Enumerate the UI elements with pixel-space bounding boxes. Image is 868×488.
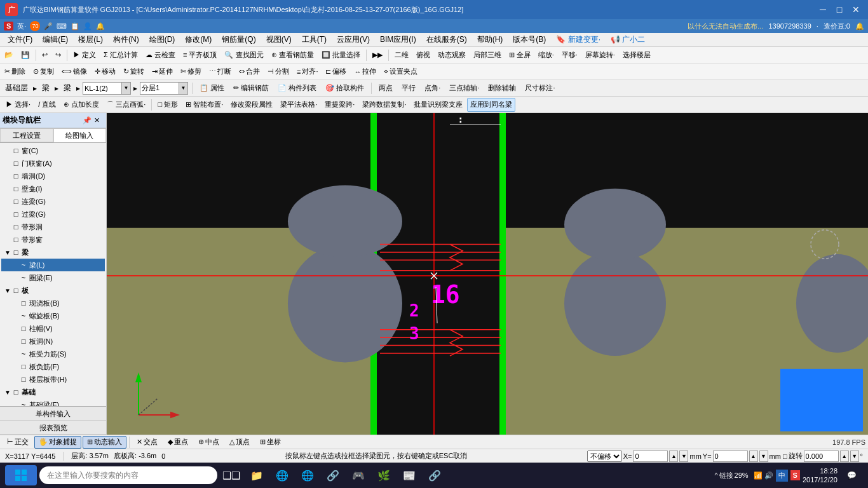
select-floor-button[interactable]: 选择楼层 xyxy=(620,48,654,62)
menu-draw[interactable]: 绘图(D) xyxy=(144,33,180,46)
link-button2[interactable]: 🔗 xyxy=(423,464,446,487)
zoom-button[interactable]: 缩放· xyxy=(535,48,557,62)
tree-item-band-window[interactable]: □ 带形窗 xyxy=(1,233,105,246)
align-top-button[interactable]: ≡ 平齐板顶 xyxy=(180,48,220,62)
find-elem-button[interactable]: 🔍 查找图元 xyxy=(221,48,266,62)
element-list-button[interactable]: 📄 构件列表 xyxy=(275,81,320,95)
tree-item-coupling-beam[interactable]: □ 连梁(G) xyxy=(1,195,105,208)
cloud-check-button[interactable]: ☁ 云检查 xyxy=(142,48,179,62)
file-explorer-button[interactable]: 📁 xyxy=(245,464,268,487)
menu-tools[interactable]: 工具(T) xyxy=(297,33,332,46)
menu-version[interactable]: 版本号(B) xyxy=(508,33,551,46)
snap-intersection-button[interactable]: ✕ 交点 xyxy=(132,436,162,449)
parallel-button[interactable]: 平行 xyxy=(398,81,419,95)
rotate-screen-button[interactable]: 屏幕旋转· xyxy=(582,48,618,62)
pan-button[interactable]: 平移· xyxy=(559,48,581,62)
tab-project-settings[interactable]: 工程设置 xyxy=(0,128,53,142)
tree-item-spiral-slab[interactable]: ~ 螺旋板(B) xyxy=(1,309,105,322)
more-button[interactable]: ▶▶ xyxy=(369,48,386,62)
edge-button1[interactable]: 🌐 xyxy=(271,464,294,487)
align-button[interactable]: ≡ 对齐· xyxy=(294,65,321,79)
rect-button[interactable]: □ 矩形 xyxy=(154,98,181,112)
point-length-button[interactable]: ⊕ 点加长度 xyxy=(60,98,102,112)
lang-indicator[interactable]: 中 xyxy=(776,470,788,482)
define-button[interactable]: ▶ 定义 xyxy=(70,48,99,62)
nav-close-button[interactable]: ✕ xyxy=(93,116,104,126)
snap-endpoint-button[interactable]: ◆ 重点 xyxy=(163,436,193,449)
snap-midpoint-button[interactable]: ⊕ 中点 xyxy=(194,436,224,449)
tree-group-beam[interactable]: ▼ □ 梁 xyxy=(1,246,105,259)
y-down-button[interactable]: ▼ xyxy=(759,451,768,462)
snap-orthogonal-button[interactable]: ⊢ 正交 xyxy=(3,436,33,449)
tree-item-col-cap[interactable]: □ 柱帽(V) xyxy=(1,322,105,335)
tree-item-lintel[interactable]: □ 过梁(G) xyxy=(1,208,105,220)
extend-button[interactable]: ⇥ 延伸 xyxy=(149,65,176,79)
report-preview-button[interactable]: 报表预览 xyxy=(0,421,106,435)
menu-cloud[interactable]: 云应用(V) xyxy=(332,33,375,46)
menu-element[interactable]: 构件(N) xyxy=(108,33,144,46)
tree-item-door-window[interactable]: □ 门联窗(A) xyxy=(1,157,105,170)
three-point-axis-button[interactable]: 三点辅轴· xyxy=(446,81,482,95)
rotate-down-button[interactable]: ▼ xyxy=(850,451,859,462)
batch-select-button[interactable]: 🔲 批量选择 xyxy=(318,48,363,62)
modify-span-prop-button[interactable]: 修改梁段属性 xyxy=(227,98,276,112)
menu-modify[interactable]: 修改(M) xyxy=(180,33,217,46)
edit-steel-button[interactable]: ✏ 编辑钢筋 xyxy=(230,81,272,95)
trim-button[interactable]: ✄ 修剪 xyxy=(177,65,205,79)
menu-view[interactable]: 视图(V) xyxy=(261,33,297,46)
game-button[interactable]: 🎮 xyxy=(347,464,370,487)
grass-button[interactable]: 🌿 xyxy=(372,464,395,487)
tree-item-floor-band[interactable]: □ 楼层板带(H) xyxy=(1,373,105,386)
delete-button[interactable]: ✂ 删除 xyxy=(1,65,29,79)
tree-item-band-hole[interactable]: □ 带形洞 xyxy=(1,220,105,233)
delete-axis-button[interactable]: 删除辅轴 xyxy=(485,81,519,95)
snap-coord-button[interactable]: ⊞ 坐标 xyxy=(255,436,285,449)
dim-label-button[interactable]: 尺寸标注· xyxy=(522,81,558,95)
menu-online[interactable]: 在线服务(S) xyxy=(421,33,472,46)
2d-button[interactable]: 二维 xyxy=(391,48,412,62)
copy-button[interactable]: ⊙ 复制 xyxy=(30,65,57,79)
tree-item-ring-beam[interactable]: ~ 圈梁(E) xyxy=(1,271,105,284)
tree-item-slab-neg[interactable]: □ 板负筋(F) xyxy=(1,360,105,373)
view-steel-button[interactable]: ⊕ 查看钢筋量 xyxy=(268,48,317,62)
taskbar-search-input[interactable] xyxy=(39,466,217,484)
menu-assistant[interactable]: 📢 广小二 xyxy=(606,33,650,46)
y-up-button[interactable]: ▲ xyxy=(749,451,758,462)
start-button[interactable] xyxy=(5,465,37,485)
batch-identify-support-button[interactable]: 批量识别梁支座 xyxy=(410,98,466,112)
menu-edit[interactable]: 编辑(E) xyxy=(37,33,73,46)
dynamic-view-button[interactable]: 动态观察 xyxy=(435,48,469,62)
stretch-button[interactable]: ↔ 拉伸 xyxy=(351,65,379,79)
snap-dynamic-button[interactable]: ⊞ 动态输入 xyxy=(83,436,126,449)
snap-object-button[interactable]: 🖐 对象捕捉 xyxy=(34,436,81,449)
pick-element-button[interactable]: 🎯 拾取构件 xyxy=(322,81,367,95)
menu-bim[interactable]: BIM应用(I) xyxy=(375,33,421,46)
ie-button[interactable]: 🌐 xyxy=(296,464,319,487)
menu-help[interactable]: 帮助(H) xyxy=(472,33,508,46)
grip-button[interactable]: ⋄ 设置夹点 xyxy=(381,65,421,79)
layer2-dropdown[interactable]: ▼ xyxy=(179,83,187,94)
canvas-area[interactable]: 16 2 3 xyxy=(107,113,868,435)
undo-button[interactable]: ↩ xyxy=(39,48,51,62)
single-element-input-button[interactable]: 单构件输入 xyxy=(0,407,106,421)
span-copy-button[interactable]: 梁跨数据复制· xyxy=(359,98,409,112)
two-point-button[interactable]: 两点 xyxy=(376,81,396,95)
arc-button[interactable]: ⌒ 三点画弧· xyxy=(104,98,149,112)
local-3d-button[interactable]: 局部三维 xyxy=(470,48,505,62)
open-button[interactable]: 📂 xyxy=(1,48,17,62)
point-angle-button[interactable]: 点角· xyxy=(421,81,444,95)
rotate-input[interactable] xyxy=(804,451,839,462)
kl-input[interactable] xyxy=(83,83,121,94)
tree-group-foundation[interactable]: ▼ □ 基础 xyxy=(1,386,105,398)
move-button[interactable]: ✛ 移动 xyxy=(92,65,119,79)
tree-item-slab-hole[interactable]: □ 板洞(N) xyxy=(1,335,105,348)
calc-button[interactable]: Σ 汇总计算 xyxy=(100,48,141,62)
break-button[interactable]: ⋯ 打断 xyxy=(206,65,234,79)
re-extract-span-button[interactable]: 重提梁跨· xyxy=(322,98,358,112)
close-button[interactable]: ✕ xyxy=(849,3,863,17)
menu-steel[interactable]: 钢筋量(Q) xyxy=(217,33,261,46)
rotate-button[interactable]: ↻ 旋转 xyxy=(120,65,147,79)
drawing-canvas[interactable]: 16 2 3 xyxy=(107,113,868,435)
tab-draw-input[interactable]: 绘图输入 xyxy=(53,128,107,142)
tree-item-cast-slab[interactable]: □ 现浇板(B) xyxy=(1,297,105,309)
